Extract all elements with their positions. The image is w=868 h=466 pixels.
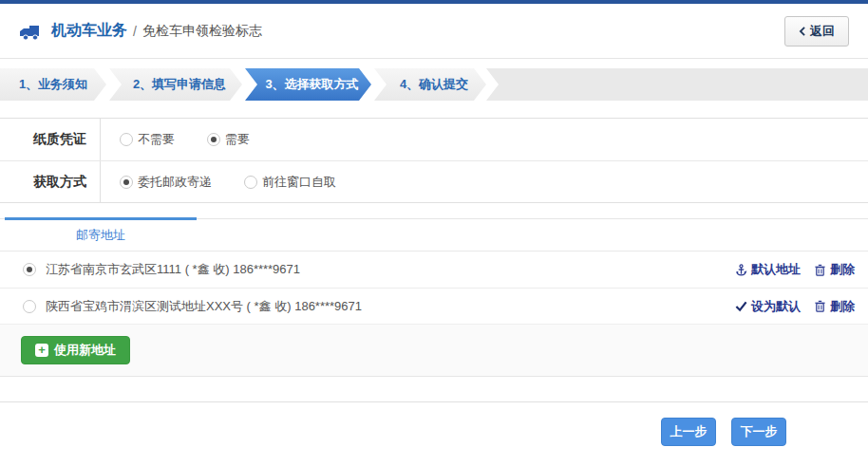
address-footer: + 使用新地址 (0, 324, 868, 377)
step-tab-3-active[interactable]: 3、选择获取方式 (245, 68, 371, 101)
default-address-label: 默认地址 (751, 261, 801, 278)
obtain-method-label: 获取方式 (0, 161, 101, 202)
address-row-2[interactable]: 陕西省宝鸡市渭滨区测试地址XXX号 ( *鑫 收) 186****9671 设为… (0, 288, 868, 324)
address-list: 江苏省南京市玄武区1111 ( *鑫 收) 186****9671 默认地址 (0, 251, 868, 324)
default-address-link[interactable]: 默认地址 (735, 261, 801, 278)
title-separator: / (133, 24, 137, 39)
radio-label: 前往窗口自取 (262, 174, 336, 191)
step-tab-2[interactable]: 2、填写申请信息 (109, 68, 242, 101)
step-tab-1[interactable]: 1、业务须知 (0, 68, 106, 101)
radio-label: 不需要 (138, 131, 175, 148)
trash-icon (814, 264, 826, 276)
address-tabbar: 邮寄地址 (0, 218, 868, 251)
step-tab-4[interactable]: 4、确认提交 (374, 68, 486, 101)
radio-need[interactable]: 需要 (207, 131, 250, 148)
obtain-method-row: 获取方式 委托邮政寄递 前往窗口自取 (0, 160, 868, 202)
truck-icon (19, 22, 44, 41)
address-text: 江苏省南京市玄武区1111 ( *鑫 收) 186****9671 (46, 261, 300, 278)
address-radio-selected[interactable] (23, 263, 36, 276)
paper-voucher-row: 纸质凭证 不需要 需要 (0, 119, 868, 160)
page-title: 免检车申领检验标志 (142, 23, 262, 40)
footer-action-bar: 上一步 下一步 (0, 402, 868, 446)
radio-window-pickup[interactable]: 前往窗口自取 (244, 174, 336, 191)
chevron-left-icon (799, 27, 806, 36)
step-bar-filler (486, 68, 868, 101)
tab-mailing-address[interactable]: 邮寄地址 (5, 217, 197, 251)
previous-step-button[interactable]: 上一步 (661, 418, 716, 446)
back-button[interactable]: 返回 (784, 16, 849, 47)
section-title: 机动车业务 (51, 21, 127, 41)
page-header: 机动车业务 / 免检车申领检验标志 返回 (0, 4, 868, 59)
mailing-address-section: 邮寄地址 江苏省南京市玄武区1111 ( *鑫 收) 186****9671 默… (0, 218, 868, 377)
radio-no-need[interactable]: 不需要 (120, 131, 175, 148)
delete-label: 删除 (830, 298, 855, 315)
step-wizard: 1、业务须知 2、填写申请信息 3、选择获取方式 4、确认提交 (0, 68, 868, 101)
set-default-link[interactable]: 设为默认 (735, 298, 801, 315)
radio-label: 需要 (225, 131, 250, 148)
next-step-button[interactable]: 下一步 (731, 418, 786, 446)
options-table: 纸质凭证 不需要 需要 获取方式 委托邮政寄递 前往窗口自取 (0, 118, 868, 203)
trash-icon (814, 300, 826, 312)
radio-circle[interactable] (120, 133, 133, 146)
radio-circle-checked[interactable] (207, 133, 220, 146)
use-new-address-button[interactable]: + 使用新地址 (21, 336, 130, 364)
plus-icon: + (35, 344, 48, 357)
address-text: 陕西省宝鸡市渭滨区测试地址XXX号 ( *鑫 收) 186****9671 (46, 298, 362, 315)
delete-label: 删除 (830, 261, 855, 278)
paper-voucher-label: 纸质凭证 (0, 119, 101, 160)
delete-address-link-2[interactable]: 删除 (814, 298, 855, 315)
radio-postal-delivery[interactable]: 委托邮政寄递 (120, 174, 212, 191)
delete-address-link-1[interactable]: 删除 (814, 261, 855, 278)
use-new-address-label: 使用新地址 (54, 342, 116, 359)
radio-circle[interactable] (244, 176, 257, 189)
anchor-icon (735, 264, 747, 276)
radio-circle-checked[interactable] (120, 176, 133, 189)
back-button-label: 返回 (810, 23, 835, 40)
address-row-1[interactable]: 江苏省南京市玄武区1111 ( *鑫 收) 186****9671 默认地址 (0, 252, 868, 288)
address-radio-unselected[interactable] (23, 300, 36, 313)
radio-label: 委托邮政寄递 (138, 174, 212, 191)
check-icon (735, 300, 747, 312)
set-default-label: 设为默认 (751, 298, 801, 315)
